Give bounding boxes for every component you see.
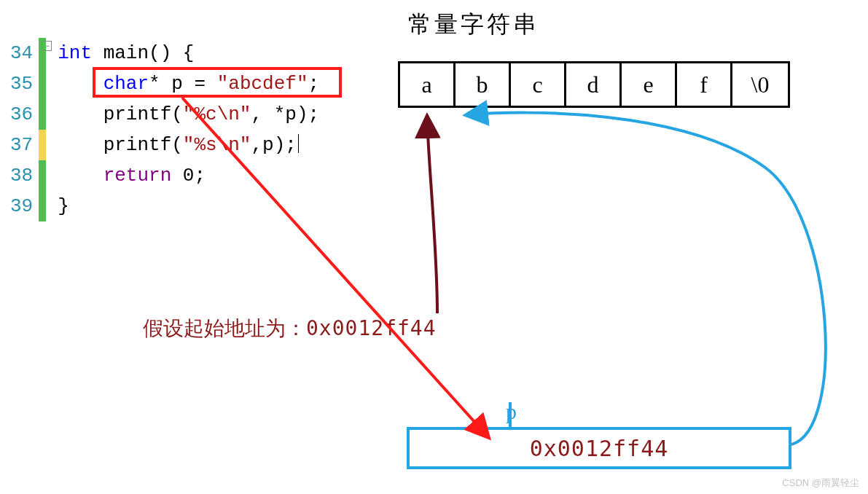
keyword-int: int	[58, 42, 92, 64]
arrow-label-to-cell	[427, 117, 437, 313]
code-line-35: char* p = "abcdef";	[52, 68, 319, 99]
memory-cell: \0	[732, 63, 788, 106]
pointer-label: p	[506, 399, 517, 424]
arrow-pointer-to-cell	[466, 113, 826, 444]
line-number: 39	[10, 191, 33, 221]
line-gutter: 34 35 36 37 38 39	[10, 38, 39, 221]
code-line-37: printf("%s\n",p);	[52, 130, 319, 160]
memory-cell: d	[566, 63, 622, 106]
memory-cell: a	[400, 63, 455, 106]
code-content: − int main() { char* p = "abcdef"; print…	[46, 38, 319, 221]
diagram-title: 常量字符串	[408, 9, 539, 41]
keyword-return: return	[103, 165, 172, 187]
watermark: CSDN @雨翼轻尘	[782, 477, 859, 490]
line-number: 36	[10, 99, 33, 130]
line-number: 34	[10, 38, 33, 68]
line-number: 35	[10, 68, 33, 99]
address-label-prefix: 假设起始地址为：	[143, 317, 306, 340]
line-number: 37	[10, 130, 33, 160]
code-line-39: }	[52, 191, 319, 221]
address-label: 假设起始地址为：0x0012ff44	[143, 315, 437, 342]
memory-cell: e	[622, 63, 677, 106]
keyword-char: char	[103, 73, 149, 95]
line-number: 38	[10, 160, 33, 191]
code-line-34: int main() {	[52, 38, 319, 68]
code-line-38: return 0;	[52, 160, 319, 191]
change-markers	[39, 38, 46, 221]
pointer-box: 0x0012ff44	[407, 427, 791, 469]
code-line-36: printf("%c\n", *p);	[52, 99, 319, 130]
memory-cell: f	[677, 63, 732, 106]
code-editor: 34 35 36 37 38 39 − int main() { char* p…	[10, 38, 319, 221]
text-caret	[298, 134, 299, 153]
memory-cells: a b c d e f \0	[398, 61, 790, 108]
pointer-box-value: 0x0012ff44	[530, 436, 669, 461]
memory-cell: c	[511, 63, 566, 106]
address-label-value: 0x0012ff44	[306, 316, 437, 340]
memory-cell: b	[455, 63, 511, 106]
fold-icon[interactable]: −	[42, 41, 52, 51]
